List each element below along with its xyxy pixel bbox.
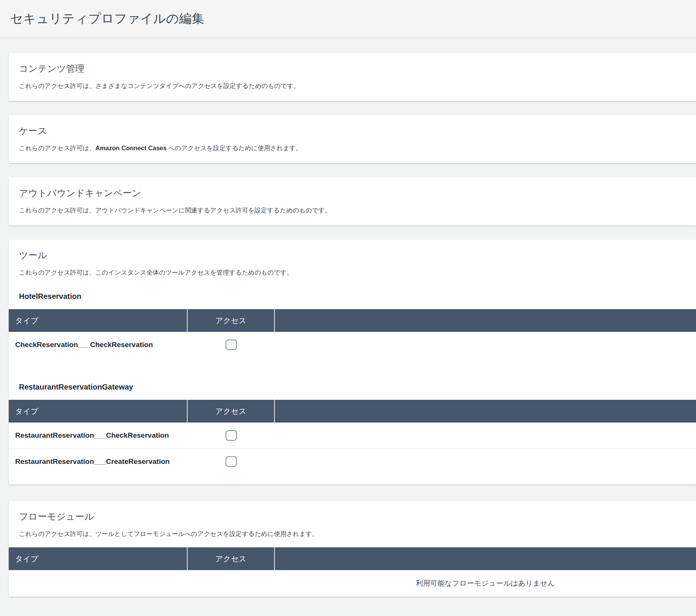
- section-flow-modules: フローモジュール これらのアクセス許可は、ツールとしてフローモジュールへのアクセ…: [9, 501, 696, 597]
- table-header: タイプ アクセス: [9, 309, 696, 332]
- content: コンテンツ管理 これらのアクセス許可は、さまざまなコンテンツタイプへのアクセスを…: [0, 53, 696, 597]
- tool-table-restaurantreservationgateway: タイプ アクセス RestaurantReservation___CheckRe…: [9, 400, 696, 475]
- column-header-type: タイプ: [9, 309, 188, 332]
- column-header-access: アクセス: [188, 400, 275, 423]
- tool-group-name-hotelreservation: HotelReservation: [19, 277, 685, 309]
- column-header-access: アクセス: [188, 309, 275, 332]
- section-cases: ケース これらのアクセス許可は、Amazon Connect Cases へのア…: [9, 115, 696, 163]
- cases-description-suffix: へのアクセスを設定するために使用されます。: [166, 145, 302, 151]
- access-checkbox[interactable]: [226, 430, 237, 441]
- flow-modules-intro: フローモジュール これらのアクセス許可は、ツールとしてフローモジュールへのアクセ…: [9, 510, 696, 538]
- empty-state-row: 利用可能なフローモジュールはありません: [9, 570, 696, 597]
- tools-group2-heading-wrap: RestaurantReservationGateway: [9, 358, 696, 400]
- outbound-campaigns-description: これらのアクセス許可は、アウトバウンドキャンペーンに関連するアクセス許可を設定す…: [19, 206, 685, 215]
- column-header-type: タイプ: [9, 400, 188, 423]
- table-row: RestaurantReservation___CheckReservation: [9, 423, 696, 449]
- tool-group-name-restaurantreservationgateway: RestaurantReservationGateway: [19, 358, 685, 400]
- page-title: セキュリティプロファイルの編集: [10, 10, 205, 27]
- flow-modules-description: これらのアクセス許可は、ツールとしてフローモジュールへのアクセスを設定するために…: [19, 529, 685, 538]
- access-checkbox[interactable]: [226, 456, 237, 467]
- content-management-heading: コンテンツ管理: [19, 62, 685, 75]
- section-outbound-campaigns: アウトバウンドキャンペーン これらのアクセス許可は、アウトバウンドキャンペーンに…: [9, 178, 696, 225]
- access-cell: [188, 456, 275, 467]
- table-header: タイプ アクセス: [9, 400, 696, 423]
- tool-type-label: RestaurantReservation___CheckReservation: [9, 431, 188, 440]
- tool-table-hotelreservation: タイプ アクセス CheckReservation___CheckReserva…: [9, 309, 696, 358]
- access-cell: [188, 339, 275, 350]
- flow-modules-table: タイプ アクセス 利用可能なフローモジュールはありません: [9, 547, 696, 597]
- cases-description: これらのアクセス許可は、Amazon Connect Cases へのアクセスを…: [19, 143, 685, 152]
- table-header: タイプ アクセス: [9, 547, 696, 570]
- column-header-blank: [275, 309, 696, 332]
- cases-description-product: Amazon Connect Cases: [95, 145, 166, 151]
- section-tools: ツール これらのアクセス許可は、このインスタンス全体のツールアクセスを管理するた…: [9, 240, 696, 484]
- outbound-campaigns-heading: アウトバウンドキャンペーン: [19, 187, 685, 200]
- table-row: RestaurantReservation___CreateReservatio…: [9, 449, 696, 475]
- empty-state-message: 利用可能なフローモジュールはありません: [275, 578, 696, 588]
- column-header-type: タイプ: [9, 547, 188, 570]
- cases-description-prefix: これらのアクセス許可は、: [19, 145, 95, 151]
- flow-modules-heading: フローモジュール: [19, 510, 685, 523]
- table-row: CheckReservation___CheckReservation: [9, 332, 696, 358]
- page-header: セキュリティプロファイルの編集: [0, 0, 696, 37]
- content-management-description: これらのアクセス許可は、さまざまなコンテンツタイプへのアクセスを設定するためのも…: [19, 81, 685, 90]
- access-cell: [188, 430, 275, 441]
- column-header-blank: [275, 547, 696, 570]
- column-header-access: アクセス: [188, 547, 275, 570]
- section-content-management: コンテンツ管理 これらのアクセス許可は、さまざまなコンテンツタイプへのアクセスを…: [9, 53, 696, 101]
- column-header-blank: [275, 400, 696, 423]
- cases-heading: ケース: [19, 124, 685, 137]
- tools-intro: ツール これらのアクセス許可は、このインスタンス全体のツールアクセスを管理するた…: [9, 249, 696, 309]
- tool-type-label: RestaurantReservation___CreateReservatio…: [9, 457, 188, 466]
- access-checkbox[interactable]: [226, 339, 237, 350]
- tools-heading: ツール: [19, 249, 685, 262]
- tool-type-label: CheckReservation___CheckReservation: [9, 341, 188, 349]
- tools-description: これらのアクセス許可は、このインスタンス全体のツールアクセスを管理するためのもの…: [19, 268, 685, 277]
